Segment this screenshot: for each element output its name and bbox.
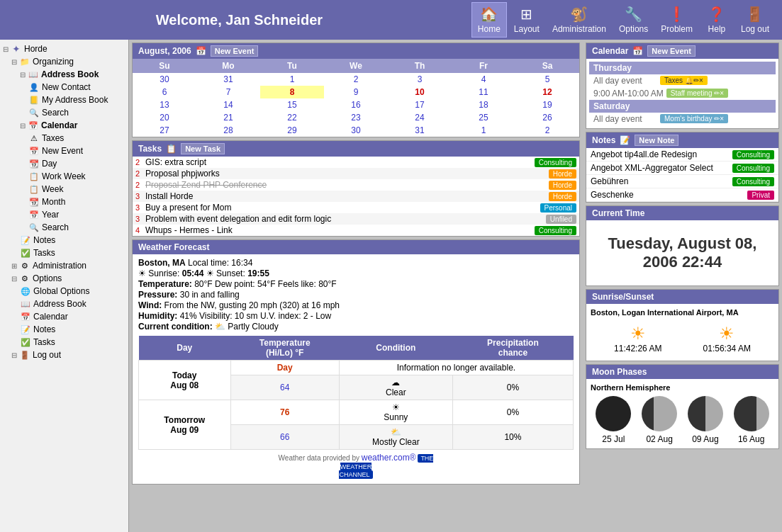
calendar-day-cell[interactable]: 24 [388,111,452,124]
sidebar-item-tasks[interactable]: ✅ Tasks [0,247,128,259]
calendar-day-cell[interactable]: 17 [388,98,452,111]
calendar-day-cell[interactable]: 23 [324,111,388,124]
calendar-day-cell[interactable]: 3 [388,73,452,86]
sidebar-item-my-addressbook[interactable]: 📒 My Address Book [0,94,128,106]
task-label[interactable]: Install Horde [145,191,549,201]
weather-temp-row: Temperature: 80°F Dew point: 54°F Feels … [138,279,574,289]
calendar-day-cell[interactable]: 27 [133,124,196,137]
staff-meeting-event[interactable]: Staff meeting ✏× [666,89,728,98]
note-label[interactable]: Geschenke [591,190,747,200]
calendar-day-cell[interactable]: 26 [515,111,579,124]
calendar-day-cell[interactable]: 14 [196,98,260,111]
pressure-label: Pressure: [138,290,177,300]
calendar-day-cell[interactable]: 5 [515,73,579,86]
note-label[interactable]: Gebühren [591,176,732,186]
nav-help[interactable]: ❓ Help [700,3,734,37]
sidebar-item-notes[interactable]: 📝 Notes [0,234,128,247]
notes-icon: 📝 [20,234,31,246]
weather-link[interactable]: weather.com® [362,453,416,463]
note-label[interactable]: Angebot tip4all.de Redesign [591,149,732,159]
sidebar-item-taxes[interactable]: ⚠ Taxes [0,132,128,145]
calendar-day-cell[interactable]: 15 [260,98,324,111]
new-task-button[interactable]: New Task [181,143,225,154]
calendar-day-cell[interactable]: 4 [452,73,515,86]
sidebar-item-new-event[interactable]: 📅 New Event [0,145,128,157]
sidebar-item-new-contact[interactable]: 👤 New Contact [0,81,128,94]
sidebar-item-addressbook[interactable]: ⊟ 📖 Address Book [0,68,128,81]
sidebar-item-global-options[interactable]: 🌐 Global Options [0,285,128,298]
sidebar-item-administration[interactable]: ⊞ ⚙ Administration [0,259,128,272]
calendar-day-cell[interactable]: 2 [515,124,579,137]
nav-layout[interactable]: ⊞ Layout [508,3,545,37]
sidebar-item-options-notes[interactable]: 📝 Notes [0,323,128,336]
calendar-day-cell[interactable]: 30 [133,73,196,86]
task-label[interactable]: Proposal phpjworks [145,169,549,179]
calendar-day-cell[interactable]: 6 [133,86,196,98]
sidebar-item-month[interactable]: 📆 Month [0,196,128,208]
sidebar-item-workweek[interactable]: 📋 Work Week [0,170,128,183]
feelslike-value: 80°F [318,279,336,289]
calendar-new-event-btn[interactable]: New Event [647,45,696,57]
calendar-day-cell[interactable]: 28 [196,124,260,137]
sidebar-item-horde[interactable]: ⊟ ✦ Horde [0,43,128,55]
task-label[interactable]: Proposal Zend PHP Conference [145,180,549,190]
expand-icon: ⊟ [11,275,17,283]
sidebar-item-day[interactable]: 📆 Day [0,157,128,170]
organizing-icon: 📁 [19,56,30,67]
notes-new-btn[interactable]: New Note [635,135,678,146]
weather-location-row: Boston, MA Local time: 16:34 [138,258,574,268]
sidebar-item-addressbook-search[interactable]: 🔍 Search [0,106,128,119]
sidebar-item-calendar-search[interactable]: 🔍 Search [0,221,128,234]
nav-problem[interactable]: ❗ Problem [655,3,698,37]
sidebar-item-week[interactable]: 📋 Week [0,183,128,196]
sidebar-item-sidebar-logout[interactable]: ⊟ 🚪 Log out [0,349,128,361]
calendar-week-row: 13141516171819 [133,98,579,111]
calendar-day-cell[interactable]: 9 [324,86,388,98]
birthday-event[interactable]: Mom's birthday ✏× [660,114,728,123]
sidebar-item-options-tasks[interactable]: ✅ Tasks [0,336,128,349]
calendar-day-cell[interactable]: 31 [388,124,452,137]
task-label[interactable]: Buy a present for Mom [145,203,540,213]
new-event-button[interactable]: New Event [211,45,259,57]
calendar-day-cell[interactable]: 10 [388,86,452,98]
sidebar-item-options[interactable]: ⊟ ⚙ Options [0,272,128,285]
calendar-day-cell[interactable]: 29 [260,124,324,137]
calendar-day-cell[interactable]: 19 [515,98,579,111]
calendar-day-cell[interactable]: 18 [452,98,515,111]
task-label[interactable]: Whups - Hermes - Link [145,225,535,235]
note-label[interactable]: Angebot XML-Aggregator Select [591,163,732,173]
moon-phase-item: 02 Aug [642,396,677,444]
sidebar-item-year[interactable]: 📅 Year [0,208,128,221]
calendar-right-body: Thursday All day event Taxes 🔔✏× 9:00 AM… [586,59,778,128]
forecast-th-day: Day [139,336,231,361]
forecast-cond-tomorrow-day: ☀Sunny [339,400,452,425]
calendar-day-cell[interactable]: 11 [452,86,515,98]
sidebar-item-options-calendar[interactable]: 📅 Calendar [0,310,128,323]
sidebar-item-organizing[interactable]: ⊟ 📁 Organizing [0,55,128,68]
sidebar-item-calendar[interactable]: ⊟ 📅 Calendar [0,119,128,132]
expand-icon: ⊟ [20,122,26,130]
calendar-day-cell[interactable]: 30 [324,124,388,137]
taxes-event[interactable]: Taxes 🔔✏× [660,76,708,85]
calendar-day-cell[interactable]: 1 [260,73,324,86]
allday-label-2: All day event [593,114,657,124]
calendar-day-cell[interactable]: 25 [452,111,515,124]
calendar-day-cell[interactable]: 7 [196,86,260,98]
calendar-day-cell[interactable]: 22 [260,111,324,124]
task-label[interactable]: GIS: extra script [145,157,535,167]
calendar-day-cell[interactable]: 1 [452,124,515,137]
nav-logout[interactable]: 🚪 Log out [735,3,775,37]
task-tag: Consulting [535,226,576,235]
calendar-day-cell[interactable]: 20 [133,111,196,124]
nav-administration[interactable]: 🐒 Administration [547,3,612,37]
calendar-day-cell[interactable]: 16 [324,98,388,111]
calendar-day-cell[interactable]: 2 [324,73,388,86]
sidebar-item-options-addressbook[interactable]: 📖 Address Book [0,298,128,310]
nav-options[interactable]: 🔧 Options [613,3,654,37]
calendar-day-cell[interactable]: 21 [196,111,260,124]
calendar-day-cell[interactable]: 31 [196,73,260,86]
calendar-day-cell[interactable]: 12 [515,86,579,98]
calendar-day-cell[interactable]: 13 [133,98,196,111]
nav-home[interactable]: 🏠 Home [471,2,507,38]
task-label[interactable]: Problem with event delegation and edit f… [145,214,546,224]
